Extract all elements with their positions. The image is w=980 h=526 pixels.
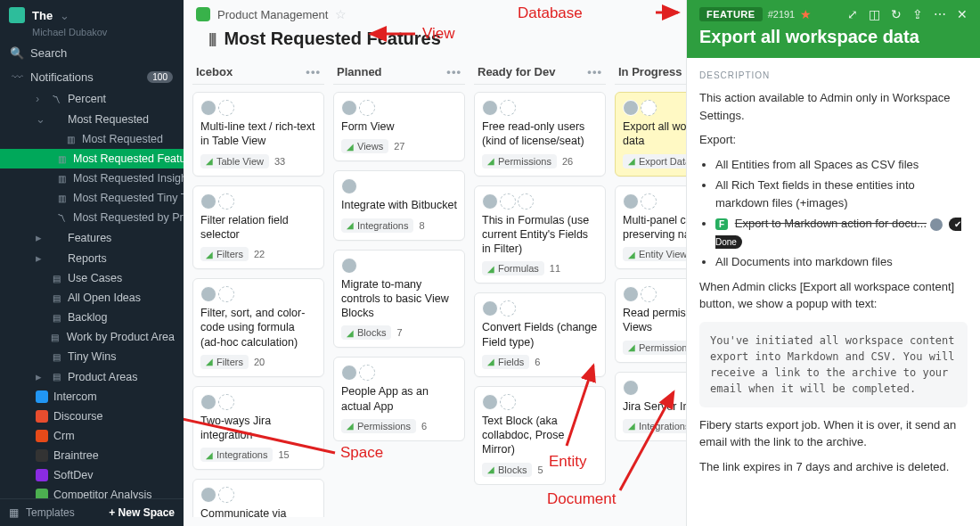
new-space-button[interactable]: + New Space xyxy=(109,506,175,519)
sidebar-item[interactable]: ▤Work by Product Area xyxy=(0,327,184,347)
card-tag[interactable]: ◢Blocks xyxy=(482,463,532,477)
card-tag[interactable]: ◢Permissions xyxy=(482,154,557,168)
board-card[interactable]: Communicate via Email Inside Fibery◢Emai… xyxy=(192,479,324,517)
board-card[interactable]: Jira Server Integrat◢Integrations5 xyxy=(615,372,686,441)
card-tag[interactable]: ◢Formulas xyxy=(482,261,544,275)
board-card[interactable]: Form View◢Views27 xyxy=(333,92,465,161)
card-tag[interactable]: ◢Export Data xyxy=(623,154,686,168)
description-para: When Admin clicks [Export all workspace … xyxy=(699,278,968,313)
board-card[interactable]: Filter, sort, and color-code using formu… xyxy=(192,278,324,377)
sidebar-item[interactable]: Discourse xyxy=(0,407,184,426)
sidebar-item[interactable]: ▤All Open Ideas xyxy=(0,288,184,308)
board-card[interactable]: Free read-only users (kind of license/se… xyxy=(474,92,606,177)
board-card[interactable]: Filter relation field selector◢Filters22 xyxy=(192,185,324,270)
caret-icon[interactable]: ▸ xyxy=(36,370,45,383)
column-menu-icon[interactable]: ••• xyxy=(587,65,602,78)
column-title[interactable]: In Progress xyxy=(618,65,682,78)
list-item: All Entities from all Spaces as CSV file… xyxy=(715,156,968,174)
column-title[interactable]: Planned xyxy=(337,65,382,78)
assignee-avatars xyxy=(200,394,316,410)
card-tag[interactable]: ◢Entity View xyxy=(623,247,686,261)
space-icon xyxy=(36,430,48,442)
board-card[interactable]: People App as an actual App◢Permissions6 xyxy=(333,357,465,441)
card-tag[interactable]: ◢Integrations xyxy=(341,218,413,233)
sidebar-item-label: Backlog xyxy=(68,311,107,324)
sidebar-item-label: Reports xyxy=(68,252,107,265)
list-item: F Export to Markdown action for docu... … xyxy=(715,215,968,250)
card-tag[interactable]: ◢Blocks xyxy=(341,325,391,340)
more-icon[interactable]: ⋯ xyxy=(934,7,946,21)
sidebar-item[interactable]: Intercom xyxy=(0,387,184,407)
caret-icon[interactable]: › xyxy=(36,93,45,105)
sidebar-item[interactable]: ▤Use Cases xyxy=(0,268,184,288)
favorite-star-icon[interactable]: ☆ xyxy=(335,7,347,21)
caret-icon[interactable]: ▸ xyxy=(36,251,45,265)
nav-notifications[interactable]: 〰 Notifications 100 xyxy=(0,65,184,89)
card-tag[interactable]: ◢Integrations xyxy=(623,419,686,433)
nav-search[interactable]: 🔍 Search xyxy=(0,41,184,65)
sidebar-item[interactable]: ▸▤Product Areas xyxy=(0,366,184,387)
board-card[interactable]: Export all workspace data◢Export Data20 xyxy=(615,92,686,177)
share-icon[interactable]: ⇪ xyxy=(912,7,923,21)
avatar xyxy=(500,394,516,410)
star-icon[interactable]: ★ xyxy=(800,7,812,21)
column-menu-icon[interactable]: ••• xyxy=(306,65,321,78)
nav-search-label: Search xyxy=(30,46,67,60)
card-tag[interactable]: ◢Fields xyxy=(482,355,529,369)
sidebar-item[interactable]: ▤Backlog xyxy=(0,308,184,327)
board-card[interactable]: Two-ways Jira integration◢Integrations15 xyxy=(192,386,324,471)
avatar xyxy=(641,193,657,210)
sidebar-item[interactable]: 〽Most Requested by Product... xyxy=(0,208,184,227)
board-card[interactable]: This in Formulas (use current Entity's F… xyxy=(474,185,606,284)
column-menu-icon[interactable]: ••• xyxy=(446,65,461,78)
sidebar-item[interactable]: SoftDev xyxy=(0,465,184,485)
close-icon[interactable]: ✕ xyxy=(957,7,968,21)
card-tag[interactable]: ◢Table View xyxy=(200,154,269,168)
sidebar-item[interactable]: Crm xyxy=(0,426,184,446)
sidebar-item[interactable]: ▥Most Requested Features xyxy=(0,149,184,168)
expand-icon[interactable]: ⤢ xyxy=(847,7,858,21)
avatar xyxy=(500,100,516,116)
panel-title[interactable]: Export all workspace data xyxy=(699,27,968,47)
linked-entity[interactable]: Export to Markdown action for docu... xyxy=(735,217,927,230)
board-card[interactable]: Multi-line text / rich-text in Table Vie… xyxy=(192,92,324,177)
board-card[interactable]: Multi-panel context preserving navigati◢… xyxy=(615,185,686,270)
sidebar-item[interactable]: ▥Most Requested Tiny Things xyxy=(0,188,184,208)
view-title[interactable]: Most Requested Features xyxy=(224,29,440,49)
caret-icon[interactable]: ▸ xyxy=(36,231,45,244)
board-column: Icebox•••Multi-line text / rich-text in … xyxy=(192,60,324,517)
board-card[interactable]: Convert Fields (change Field type)◢Field… xyxy=(474,292,606,377)
sidebar-item[interactable]: ⌄Most Requested xyxy=(0,109,184,129)
card-tag[interactable]: ◢Views xyxy=(341,139,388,153)
caret-icon[interactable]: ⌄ xyxy=(36,112,45,126)
workspace-switcher[interactable]: The ⌄ xyxy=(0,0,184,30)
card-tag[interactable]: ◢Permissions xyxy=(623,341,686,355)
sidebar-item[interactable]: ▥Most Requested Insights xyxy=(0,168,184,188)
sidebar-item[interactable]: ▸Reports xyxy=(0,248,184,268)
board-card[interactable]: Migrate to-many controls to basic View B… xyxy=(333,250,465,349)
board-card[interactable]: Integrate with Bitbucket◢Integrations8 xyxy=(333,170,465,240)
history-icon[interactable]: ↻ xyxy=(891,7,902,21)
column-title[interactable]: Icebox xyxy=(196,65,233,78)
board-card[interactable]: Text Block (aka collabdoc, Prose Mirror)… xyxy=(474,386,606,485)
open-tab-icon[interactable]: ◫ xyxy=(869,7,880,21)
avatar xyxy=(218,394,234,410)
board-card[interactable]: Read permissions f Views◢Permissions5 xyxy=(615,278,686,363)
sidebar-item[interactable]: ▥Most Requested xyxy=(0,129,184,149)
board-column: In Progress•••Export all workspace data◢… xyxy=(615,60,686,517)
card-tag[interactable]: ◢Permissions xyxy=(341,419,416,433)
database-name[interactable]: Product Management xyxy=(217,8,328,21)
card-tag[interactable]: ◢Filters xyxy=(200,247,249,261)
nav-templates[interactable]: Templates xyxy=(26,506,75,519)
column-title[interactable]: Ready for Dev xyxy=(478,65,555,78)
sidebar: The ⌄ Michael Dubakov 🔍 Search 〰 Notific… xyxy=(0,0,184,526)
card-tag[interactable]: ◢Integrations xyxy=(200,448,273,462)
sidebar-item[interactable]: Braintree xyxy=(0,446,184,465)
entity-id[interactable]: #2191 xyxy=(768,9,796,20)
sidebar-item[interactable]: ›〽Percent xyxy=(0,89,184,109)
current-user[interactable]: Michael Dubakov xyxy=(0,27,184,37)
card-tag[interactable]: ◢Filters xyxy=(200,355,249,369)
sidebar-item[interactable]: ▸Features xyxy=(0,227,184,248)
sidebar-item[interactable]: Competitor Analysis xyxy=(0,485,184,498)
sidebar-item[interactable]: ▤Tiny Wins xyxy=(0,347,184,366)
